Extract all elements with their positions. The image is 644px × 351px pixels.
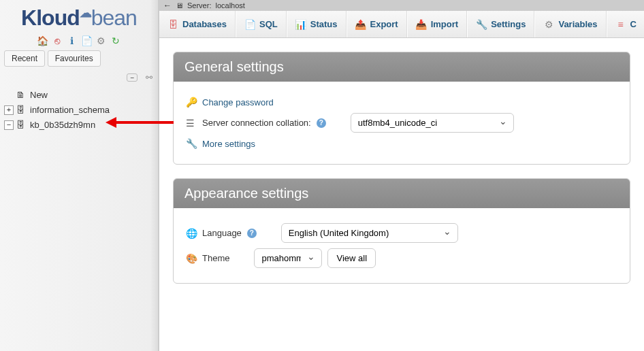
panel-title: General settings xyxy=(174,52,630,82)
view-all-button[interactable]: View all xyxy=(327,248,376,268)
tree-item-kb-db[interactable]: − 🗄 kb_0b35dzh9mn xyxy=(3,118,155,133)
collation-row: ☰ Server connection collation: ? utf8mb4… xyxy=(186,113,617,133)
cloud-icon: ☁ xyxy=(80,6,91,20)
tree-collapse-row: − ⚯ xyxy=(0,69,158,85)
tab-favourites[interactable]: Favourites xyxy=(48,50,101,67)
tab-label: Settings xyxy=(491,19,526,29)
tab-more[interactable]: ≡ C xyxy=(607,11,644,37)
nav-back-icon[interactable]: ← xyxy=(163,1,172,10)
breadcrumb: ← 🖥 Server: localhost xyxy=(159,0,644,11)
language-label: Language xyxy=(202,228,242,238)
sql-icon[interactable]: 📄 xyxy=(81,35,92,46)
sidebar: Kloud☁bean 🏠 ⎋ ℹ 📄 ⚙ ↻ Recent Favourites… xyxy=(0,0,158,351)
change-password-row: 🔑 Change password xyxy=(186,97,617,107)
tree-item-new[interactable]: 🗎 New xyxy=(3,88,155,103)
collapse-icon[interactable]: − xyxy=(127,73,138,82)
list-icon: ☰ xyxy=(186,118,197,129)
panel-body: 🔑 Change password ☰ Server connection co… xyxy=(174,82,630,164)
more-settings-row: 🔧 More settings xyxy=(186,138,617,149)
tab-variables[interactable]: ⚙ Variables xyxy=(534,11,606,37)
tree-toggle-collapse[interactable]: − xyxy=(4,120,14,130)
tab-label: C xyxy=(630,19,637,29)
tree-label: New xyxy=(30,90,48,100)
tab-recent[interactable]: Recent xyxy=(4,50,45,67)
language-row: 🌐 Language ? English (United Kingdom) xyxy=(186,223,617,243)
tab-label: Variables xyxy=(558,19,597,29)
link-icon[interactable]: ⚯ xyxy=(142,73,152,81)
main-area: ← 🖥 Server: localhost 🗄 Databases 📄 SQL … xyxy=(159,0,644,351)
tree-toggle-expand[interactable]: + xyxy=(4,105,14,115)
help-icon[interactable]: ? xyxy=(247,229,257,238)
server-icon: 🖥 xyxy=(176,1,183,10)
logo-brand1: Kloud xyxy=(21,5,80,30)
tab-databases[interactable]: 🗄 Databases xyxy=(159,11,236,37)
tree-label: information_schema xyxy=(30,105,110,115)
tab-export[interactable]: 📤 Export xyxy=(347,11,407,37)
breadcrumb-server-label: Server: xyxy=(187,1,211,10)
panel-title: Appearance settings xyxy=(174,179,630,208)
wrench-icon: 🔧 xyxy=(186,138,197,149)
tab-label: Import xyxy=(431,19,458,29)
globe-icon: 🌐 xyxy=(186,228,197,239)
tab-label: Status xyxy=(310,19,338,29)
appearance-settings-panel: Appearance settings 🌐 Language ? English… xyxy=(173,178,630,284)
export-icon: 📤 xyxy=(355,19,366,30)
variables-icon: ⚙ xyxy=(543,19,554,30)
database-icon: 🗄 xyxy=(16,105,27,116)
more-settings-link[interactable]: More settings xyxy=(202,139,255,149)
tab-settings[interactable]: 🔧 Settings xyxy=(467,11,534,37)
tab-sql[interactable]: 📄 SQL xyxy=(236,11,287,37)
help-icon[interactable]: ? xyxy=(317,118,326,128)
databases-icon: 🗄 xyxy=(167,19,178,30)
gear-icon[interactable]: ⚙ xyxy=(95,35,106,46)
tab-import[interactable]: 📥 Import xyxy=(407,11,467,37)
breadcrumb-server-value[interactable]: localhost xyxy=(215,1,244,10)
database-icon: 🗄 xyxy=(16,120,27,131)
panel-body: 🌐 Language ? English (United Kingdom) 🎨 … xyxy=(174,208,630,283)
home-icon[interactable]: 🏠 xyxy=(37,35,48,46)
key-icon: 🔑 xyxy=(186,97,197,107)
change-password-link[interactable]: Change password xyxy=(202,97,274,107)
tab-label: Databases xyxy=(182,19,227,29)
tab-status[interactable]: 📊 Status xyxy=(287,11,347,37)
import-icon: 📥 xyxy=(416,19,427,30)
wrench-icon: 🔧 xyxy=(476,19,487,30)
collation-label: Server connection collation: xyxy=(202,118,311,128)
sidebar-toolbar: 🏠 ⎋ ℹ 📄 ⚙ ↻ xyxy=(0,35,158,46)
collation-select[interactable]: utf8mb4_unicode_ci xyxy=(351,113,514,133)
logo-brand2: bean xyxy=(91,5,137,30)
theme-label: Theme xyxy=(202,253,229,263)
status-icon: 📊 xyxy=(295,19,306,30)
tab-label: SQL xyxy=(259,19,278,29)
theme-select[interactable]: pmahomme xyxy=(254,248,322,268)
docs-icon[interactable]: ℹ xyxy=(66,35,77,46)
general-settings-panel: General settings 🔑 Change password ☰ Ser… xyxy=(173,52,630,165)
palette-icon: 🎨 xyxy=(186,253,197,264)
db-tree: 🗎 New + 🗄 information_schema − 🗄 kb_0b35… xyxy=(3,88,155,133)
tab-label: Export xyxy=(370,19,398,29)
sql-icon: 📄 xyxy=(244,19,255,30)
new-db-icon: 🗎 xyxy=(16,90,27,101)
theme-row: 🎨 Theme pmahomme View all xyxy=(186,248,617,268)
tree-label: kb_0b35dzh9mn xyxy=(30,120,95,130)
logout-icon[interactable]: ⎋ xyxy=(52,35,63,46)
language-select[interactable]: English (United Kingdom) xyxy=(281,223,458,243)
reload-icon[interactable]: ↻ xyxy=(110,35,121,46)
tree-tabs: Recent Favourites xyxy=(4,50,154,67)
content: General settings 🔑 Change password ☰ Ser… xyxy=(159,38,644,311)
charset-icon: ≡ xyxy=(615,19,626,30)
main-tabs: 🗄 Databases 📄 SQL 📊 Status 📤 Export 📥 Im… xyxy=(159,11,644,38)
tree-item-information-schema[interactable]: + 🗄 information_schema xyxy=(3,103,155,118)
logo: Kloud☁bean xyxy=(0,5,158,31)
